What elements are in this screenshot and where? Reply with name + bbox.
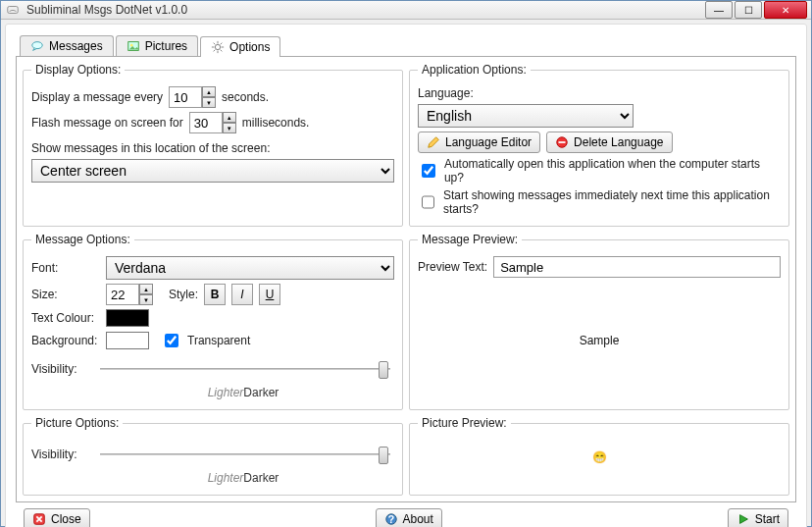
text-colour-label: Text Colour: <box>31 311 100 325</box>
delete-language-button[interactable]: Delete Language <box>546 132 672 153</box>
svg-text:?: ? <box>387 513 393 525</box>
window-title: Subliminal Msgs DotNet v1.0.0 <box>26 3 703 17</box>
flash-stepper[interactable]: ▲▼ <box>189 112 236 133</box>
start-showing-label: Start showing messages immediately next … <box>443 188 781 216</box>
preview-text-input[interactable] <box>493 256 781 278</box>
flash-label-post: milliseconds. <box>242 116 310 130</box>
preview-sample-text: Sample <box>580 334 620 347</box>
message-options-group: Message Options: Font: Verdana Size: ▲▼ … <box>23 233 403 410</box>
window-close-button[interactable]: ✕ <box>764 1 807 19</box>
tabstrip: Messages Pictures Options <box>16 32 796 56</box>
svg-line-12 <box>221 43 223 45</box>
background-colour-label: Background: <box>31 334 100 347</box>
client-area: Messages Pictures Options Display Option… <box>5 24 807 527</box>
italic-toggle[interactable]: I <box>231 284 253 305</box>
font-label: Font: <box>31 261 100 275</box>
maximize-button[interactable]: ☐ <box>735 1 762 19</box>
size-up[interactable]: ▲ <box>139 284 153 294</box>
language-editor-button[interactable]: Language Editor <box>418 132 540 153</box>
display-every-input[interactable] <box>169 86 202 108</box>
msg-visibility-label: Visibility: <box>31 362 90 376</box>
pic-visibility-thumb[interactable] <box>379 447 388 464</box>
delete-icon <box>555 135 569 149</box>
pic-visibility-lighter: Lighter <box>208 471 244 485</box>
pencil-icon <box>427 135 440 149</box>
size-input[interactable] <box>106 284 139 305</box>
svg-rect-14 <box>559 141 566 143</box>
application-options-group: Application Options: Language: English L… <box>409 63 789 227</box>
svg-line-9 <box>214 43 216 45</box>
flash-input[interactable] <box>189 112 223 133</box>
start-button[interactable]: Start <box>728 508 788 527</box>
flash-down[interactable]: ▼ <box>223 123 236 133</box>
close-button[interactable]: Close <box>24 508 90 527</box>
size-stepper[interactable]: ▲▼ <box>106 284 153 305</box>
tab-messages[interactable]: Messages <box>20 35 114 56</box>
picture-preview-area: 😁 <box>418 436 781 479</box>
svg-line-10 <box>221 50 223 52</box>
options-panel: Display Options: Display a message every… <box>16 56 796 502</box>
tab-pictures[interactable]: Pictures <box>116 35 198 56</box>
bold-toggle[interactable]: B <box>204 284 226 305</box>
display-every-label-pre: Display a message every <box>31 90 163 104</box>
display-every-stepper[interactable]: ▲▼ <box>169 86 216 108</box>
titlebar: Subliminal Msgs DotNet v1.0.0 — ☐ ✕ <box>1 1 811 20</box>
display-every-up[interactable]: ▲ <box>202 86 216 97</box>
tab-options[interactable]: Options <box>200 36 280 57</box>
play-icon <box>736 512 750 526</box>
footer: Close ? About Start <box>16 502 796 527</box>
message-preview-legend: Message Preview: <box>418 233 522 246</box>
gear-icon <box>211 40 225 54</box>
language-editor-label: Language Editor <box>445 135 532 149</box>
message-preview-group: Message Preview: Preview Text: Sample <box>409 233 789 410</box>
display-every-down[interactable]: ▼ <box>202 97 216 108</box>
pic-visibility-label: Visibility: <box>31 448 90 461</box>
msg-visibility-thumb[interactable] <box>379 361 388 379</box>
picture-options-legend: Picture Options: <box>31 416 123 430</box>
size-down[interactable]: ▼ <box>139 294 153 305</box>
transparent-label: Transparent <box>187 334 250 347</box>
tab-options-label: Options <box>229 40 270 54</box>
image-icon <box>127 39 140 53</box>
start-button-label: Start <box>755 512 780 526</box>
close-icon <box>32 512 46 526</box>
picture-preview-legend: Picture Preview: <box>418 416 511 430</box>
autostart-label: Automatically open this application when… <box>444 157 781 184</box>
pic-visibility-slider[interactable] <box>96 444 394 465</box>
font-select[interactable]: Verdana <box>106 256 394 280</box>
preview-text-label: Preview Text: <box>418 260 487 274</box>
msg-visibility-lighter: Lighter <box>208 386 244 399</box>
language-label: Language: <box>418 86 474 100</box>
svg-line-11 <box>214 50 216 52</box>
message-options-legend: Message Options: <box>31 233 134 246</box>
close-button-label: Close <box>51 512 81 526</box>
app-window: Subliminal Msgs DotNet v1.0.0 — ☐ ✕ Mess… <box>0 0 812 527</box>
transparent-checkbox[interactable] <box>165 334 178 347</box>
svg-point-1 <box>32 42 43 49</box>
about-button[interactable]: ? About <box>376 508 442 527</box>
speech-bubble-icon <box>30 39 44 53</box>
preview-area: Sample <box>418 282 781 399</box>
about-button-label: About <box>403 512 433 526</box>
app-icon <box>5 2 21 18</box>
start-showing-checkbox[interactable] <box>422 195 434 209</box>
flash-up[interactable]: ▲ <box>223 112 236 123</box>
autostart-checkbox[interactable] <box>422 164 435 178</box>
background-colour-swatch[interactable] <box>106 332 149 349</box>
underline-toggle[interactable]: U <box>259 284 280 305</box>
location-label: Show messages in this location of the sc… <box>31 141 270 155</box>
delete-language-label: Delete Language <box>574 135 663 149</box>
msg-visibility-darker: Darker <box>243 386 279 399</box>
question-icon: ? <box>384 512 398 526</box>
text-colour-swatch[interactable] <box>106 309 149 327</box>
minimize-button[interactable]: — <box>705 1 733 19</box>
location-select[interactable]: Center screen <box>31 159 394 183</box>
display-options-group: Display Options: Display a message every… <box>23 63 403 227</box>
application-options-legend: Application Options: <box>418 63 531 77</box>
display-every-label-post: seconds. <box>222 90 269 104</box>
display-options-legend: Display Options: <box>31 63 125 77</box>
msg-visibility-slider[interactable] <box>96 358 394 380</box>
pic-visibility-darker: Darker <box>243 471 279 485</box>
language-select[interactable]: English <box>418 104 634 128</box>
svg-point-4 <box>215 44 220 49</box>
